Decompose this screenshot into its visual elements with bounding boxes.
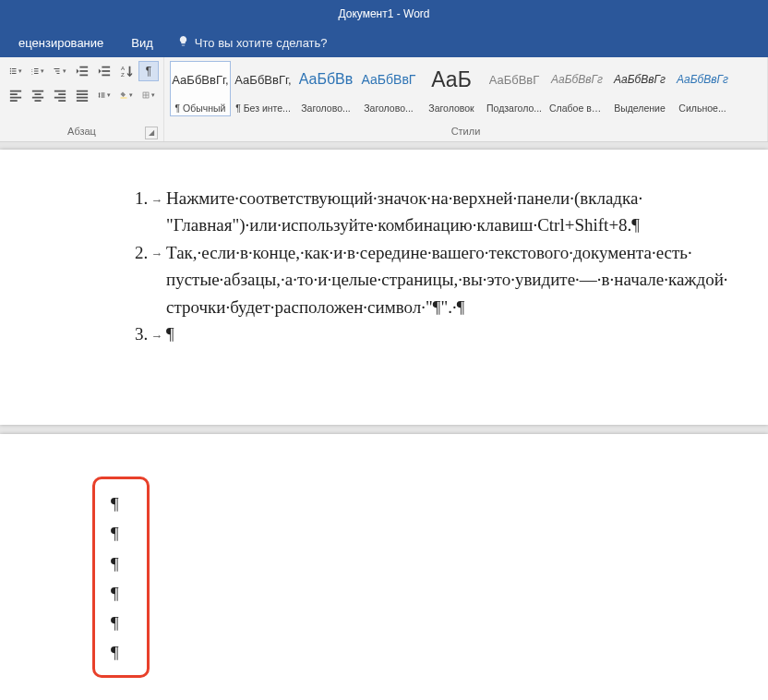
svg-point-0 (10, 68, 12, 70)
pilcrow-mark: ¶ (111, 638, 119, 668)
list-item: 2.→Так,·если·в·конце,·как·и·в·середине·в… (135, 239, 744, 320)
empty-pilcrow-column: ¶¶¶¶¶¶ (111, 489, 119, 669)
shading-button[interactable] (116, 85, 137, 105)
style-sample: АаБбВв (299, 66, 354, 93)
show-hide-pilcrow-button[interactable]: ¶ (138, 61, 159, 81)
borders-button[interactable] (138, 85, 159, 105)
style-sample: АаБбВвГг, (172, 66, 228, 93)
style-name: ¶ Без инте... (235, 103, 291, 114)
style-sample: АаБбВвГг (614, 66, 666, 93)
svg-rect-1 (12, 68, 17, 69)
svg-rect-5 (12, 73, 17, 74)
tell-me[interactable]: Что вы хотите сделать? (168, 30, 337, 55)
decrease-indent-button[interactable] (72, 61, 92, 81)
svg-rect-32 (58, 93, 66, 95)
svg-rect-24 (10, 93, 18, 95)
style-name: Выделение (612, 103, 667, 114)
style-item[interactable]: АаБбВвЗаголово... (295, 61, 356, 116)
multilevel-list-button[interactable] (50, 61, 70, 81)
increase-indent-button[interactable] (94, 61, 114, 81)
style-item[interactable]: АаБбВвГПодзаголо... (484, 61, 545, 116)
style-item[interactable]: АаБбВвГг,¶ Без инте... (233, 61, 294, 116)
svg-point-2 (10, 70, 12, 72)
svg-rect-41 (102, 97, 105, 98)
style-sample: АаБбВвГг (677, 66, 728, 93)
svg-text:3: 3 (31, 73, 33, 76)
lightbulb-icon (177, 35, 189, 50)
svg-rect-38 (77, 100, 88, 102)
style-item[interactable]: АаБбВвГЗаголово... (358, 61, 419, 116)
ribbon: 123 AZ ¶ (0, 57, 768, 142)
list-item-body: ¶ (166, 320, 744, 347)
pilcrow-mark: ¶ (111, 489, 119, 519)
svg-rect-29 (32, 97, 43, 99)
list-item: 3.→¶ (135, 320, 744, 347)
svg-rect-17 (79, 75, 88, 77)
svg-rect-23 (10, 91, 21, 92)
style-item[interactable]: АаБбВвГгВыделение (609, 61, 670, 116)
page-2[interactable]: ¶¶¶¶¶¶ (0, 434, 768, 700)
pilcrow-mark: ¶ (111, 609, 119, 638)
paragraph-group-label: Абзац ◢ (6, 123, 158, 141)
svg-rect-14 (57, 73, 60, 74)
page-1[interactable]: 1.→Нажмите·соответствующий·значок·на·вер… (0, 150, 768, 425)
svg-rect-35 (77, 91, 88, 92)
styles-group-label: Стили (170, 123, 762, 141)
svg-rect-26 (10, 100, 18, 102)
pilcrow-mark: ¶ (111, 549, 119, 579)
align-left-button[interactable] (6, 85, 26, 105)
style-item[interactable]: АаБЗаголовок (421, 61, 482, 116)
style-item[interactable]: АаБбВвГгСлабое вы... (546, 61, 607, 116)
style-sample: АаБбВвГ (489, 66, 540, 93)
styles-group: АаБбВвГг,¶ ОбычныйАаБбВвГг,¶ Без инте...… (164, 57, 768, 141)
svg-rect-36 (77, 93, 88, 95)
tab-review[interactable]: ецензирование (6, 30, 116, 55)
svg-rect-3 (12, 71, 17, 72)
numbering-button[interactable]: 123 (28, 61, 48, 81)
svg-rect-15 (79, 66, 88, 68)
style-name: ¶ Обычный (173, 103, 228, 114)
ribbon-tab-row: ецензирование Вид Что вы хотите сделать? (0, 28, 768, 57)
svg-rect-37 (77, 97, 88, 99)
sort-button[interactable]: AZ (116, 61, 137, 81)
svg-rect-11 (34, 73, 39, 74)
pilcrow-mark: ¶ (111, 579, 119, 609)
paragraph-dialog-launcher[interactable]: ◢ (145, 127, 158, 139)
svg-rect-19 (102, 70, 110, 72)
document-list: 1.→Нажмите·соответствующий·значок·на·вер… (135, 185, 744, 348)
svg-rect-12 (54, 68, 60, 69)
align-right-button[interactable] (50, 85, 70, 105)
tab-view[interactable]: Вид (118, 30, 166, 55)
svg-rect-42 (121, 98, 127, 99)
svg-rect-27 (32, 91, 43, 92)
style-name: Слабое вы... (549, 103, 605, 114)
svg-rect-39 (102, 93, 105, 94)
list-item-body: Так,·если·в·конце,·как·и·в·середине·ваше… (166, 239, 744, 320)
title-bar: Документ1 - Word (0, 0, 768, 28)
styles-gallery: АаБбВвГг,¶ ОбычныйАаБбВвГг,¶ Без инте...… (170, 61, 762, 116)
svg-rect-28 (35, 93, 42, 95)
svg-rect-31 (54, 91, 66, 92)
style-sample: АаБ (431, 66, 471, 93)
list-item-body: Нажмите·соответствующий·значок·на·верхне… (166, 185, 744, 239)
style-item[interactable]: АаБбВвГгСильное... (672, 61, 733, 116)
style-name: Сильное... (675, 103, 730, 114)
app-title: Документ1 - Word (338, 7, 429, 20)
svg-point-4 (10, 73, 12, 75)
svg-text:A: A (121, 65, 126, 71)
bullets-button[interactable] (6, 61, 26, 81)
align-center-button[interactable] (28, 85, 48, 105)
paragraph-group: 123 AZ ¶ (0, 57, 164, 141)
pilcrow-mark: ¶ (111, 519, 119, 549)
style-name: Заголовок (424, 103, 479, 114)
justify-button[interactable] (72, 85, 92, 105)
list-item-number: 2.→ (135, 239, 166, 320)
style-name: Подзаголо... (486, 103, 542, 114)
style-item[interactable]: АаБбВвГг,¶ Обычный (170, 61, 231, 116)
svg-rect-7 (34, 68, 39, 69)
svg-rect-20 (102, 75, 110, 77)
svg-rect-34 (58, 100, 66, 102)
style-sample: АаБбВвГг, (234, 66, 291, 93)
svg-rect-9 (34, 71, 39, 72)
line-spacing-button[interactable] (94, 85, 114, 105)
